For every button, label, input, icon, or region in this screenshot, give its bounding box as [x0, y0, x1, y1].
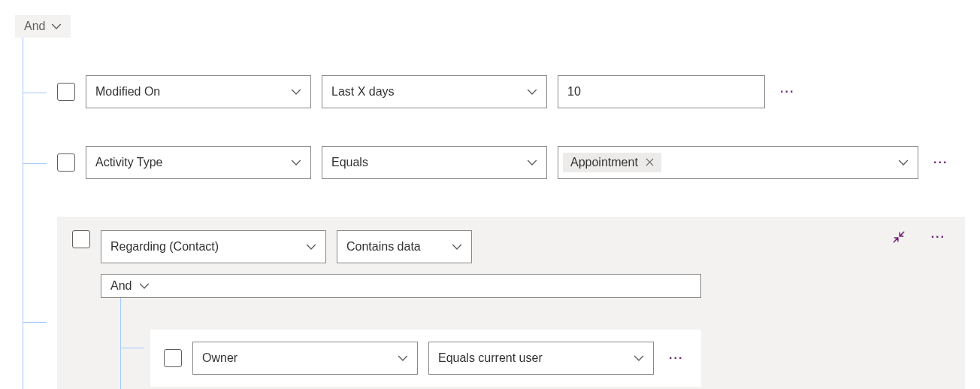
- tree-connector: [120, 348, 144, 348]
- related-operator-select[interactable]: Contains data: [337, 230, 472, 263]
- chip-remove-icon[interactable]: [646, 157, 654, 169]
- value-chip: Appointment: [563, 153, 661, 172]
- field-label: Owner: [202, 351, 237, 365]
- row-checkbox[interactable]: [57, 83, 75, 101]
- chevron-down-icon: [527, 157, 537, 168]
- related-entity-group: Regarding (Contact) Contains data: [57, 217, 965, 389]
- operator-label: Last X days: [331, 85, 395, 99]
- operator-select[interactable]: Equals: [322, 146, 547, 179]
- group-more-button[interactable]: ···: [927, 231, 950, 243]
- root-operator-label: And: [24, 20, 45, 33]
- chevron-down-icon: [306, 242, 316, 252]
- row-checkbox[interactable]: [57, 153, 75, 172]
- tree-connector: [23, 163, 47, 164]
- field-select[interactable]: Modified On: [86, 75, 311, 108]
- row-more-button[interactable]: ···: [929, 157, 952, 169]
- chevron-down-icon: [291, 87, 301, 97]
- chevron-down-icon: [527, 87, 537, 97]
- related-field-select[interactable]: Regarding (Contact): [101, 230, 326, 263]
- operator-select[interactable]: Equals current user: [428, 342, 654, 375]
- value-tag-input[interactable]: Appointment: [558, 146, 918, 179]
- operator-label: Equals: [331, 156, 368, 169]
- field-label: Modified On: [95, 85, 160, 99]
- collapse-group-icon[interactable]: [892, 230, 906, 244]
- operator-select[interactable]: Last X days: [322, 75, 547, 108]
- value-input[interactable]: [558, 75, 765, 108]
- tree-connector: [23, 93, 47, 93]
- row-checkbox[interactable]: [72, 230, 90, 248]
- value-chip-label: Appointment: [570, 156, 638, 169]
- row-checkbox[interactable]: [164, 349, 182, 367]
- row-more-button[interactable]: ···: [776, 86, 799, 98]
- chevron-down-icon: [452, 242, 462, 252]
- nested-operator-label: And: [110, 279, 132, 293]
- field-select[interactable]: Owner: [192, 342, 418, 375]
- field-label: Regarding (Contact): [110, 240, 219, 254]
- tree-connector: [23, 322, 47, 323]
- chevron-down-icon: [51, 21, 62, 32]
- operator-label: Equals current user: [438, 351, 543, 365]
- row-more-button[interactable]: ···: [664, 352, 688, 364]
- root-operator-dropdown[interactable]: And: [15, 15, 71, 38]
- field-select[interactable]: Activity Type: [86, 146, 311, 179]
- field-label: Activity Type: [95, 156, 163, 169]
- chevron-down-icon: [398, 353, 408, 363]
- chevron-down-icon: [634, 353, 644, 363]
- nested-operator-dropdown[interactable]: And: [101, 274, 701, 298]
- chevron-down-icon: [291, 157, 301, 168]
- operator-label: Contains data: [346, 240, 421, 254]
- chevron-down-icon: [139, 281, 150, 291]
- chevron-down-icon: [898, 157, 909, 168]
